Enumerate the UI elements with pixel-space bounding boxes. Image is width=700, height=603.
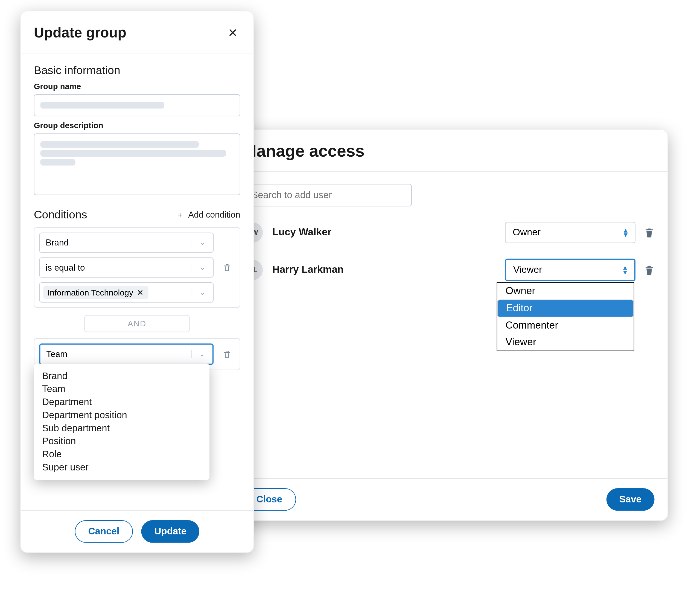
user-name: Harry Larkman <box>272 264 505 276</box>
manage-access-footer: Close Save <box>230 478 668 520</box>
manage-access-body: LW Lucy Walker Owner ▴▾ HL Harry Larkman… <box>230 172 668 478</box>
save-button[interactable]: Save <box>606 488 655 511</box>
field-option-brand[interactable]: Brand <box>34 370 209 383</box>
trash-icon <box>644 227 654 238</box>
basic-info-heading: Basic information <box>34 64 240 77</box>
field-option-super-user[interactable]: Super user <box>34 461 209 474</box>
user-row: HL Harry Larkman Viewer ▴▾ Owner Editor … <box>243 258 655 281</box>
update-group-body: Basic information Group name Group descr… <box>21 53 253 510</box>
trash-icon <box>222 262 231 273</box>
update-group-footer: Cancel Update <box>21 510 253 552</box>
field-option-role[interactable]: Role <box>34 448 209 461</box>
conditions-heading: Conditions <box>34 208 87 221</box>
cancel-button[interactable]: Cancel <box>75 520 133 543</box>
role-dropdown: Owner Editor Commenter Viewer <box>497 282 634 351</box>
role-option-commenter[interactable]: Commenter <box>497 317 633 334</box>
role-select-value: Owner <box>513 227 541 238</box>
add-condition-label: Add condition <box>188 210 240 220</box>
condition-field-select[interactable]: Brand ⌄ <box>39 233 214 253</box>
manage-access-title: Manage access <box>243 142 365 161</box>
trash-icon <box>222 349 231 359</box>
update-group-header: Update group ✕ <box>21 11 253 53</box>
condition-block: Team ⌄ Brand Team Department Department … <box>34 338 240 370</box>
add-condition-button[interactable]: ＋ Add condition <box>176 209 240 220</box>
trash-icon <box>644 264 654 276</box>
sort-icon: ▴▾ <box>624 228 628 237</box>
update-group-title: Update group <box>34 24 127 41</box>
group-name-label: Group name <box>34 82 240 91</box>
role-option-editor[interactable]: Editor <box>497 300 633 317</box>
delete-condition-button[interactable] <box>219 343 235 365</box>
group-description-input[interactable] <box>34 133 240 195</box>
manage-access-panel: Manage access LW Lucy Walker Owner ▴▾ HL… <box>229 129 668 521</box>
conditions-header-row: Conditions ＋ Add condition <box>34 208 240 221</box>
logic-connector-row: AND <box>34 315 240 332</box>
close-icon[interactable]: ✕ <box>226 23 240 42</box>
search-add-user-input[interactable] <box>243 184 412 206</box>
condition-value-select[interactable]: Information Technology ✕ ⌄ <box>39 282 214 303</box>
placeholder-skeleton <box>41 150 226 157</box>
condition-operator-select[interactable]: is equal to ⌄ <box>39 257 214 278</box>
update-button[interactable]: Update <box>141 520 200 543</box>
field-option-sub-department[interactable]: Sub department <box>34 422 209 435</box>
role-option-owner[interactable]: Owner <box>497 283 633 300</box>
value-chip: Information Technology ✕ <box>43 286 148 299</box>
placeholder-skeleton <box>41 159 75 166</box>
delete-condition-button[interactable] <box>219 233 235 303</box>
role-select[interactable]: Owner ▴▾ <box>505 222 635 243</box>
user-name: Lucy Walker <box>272 227 505 238</box>
sort-icon: ▴▾ <box>623 265 627 274</box>
condition-field-value: Team <box>41 345 191 363</box>
condition-field-dropdown: Brand Team Department Department positio… <box>34 363 209 480</box>
group-description-label: Group description <box>34 121 240 130</box>
value-chip-label: Information Technology <box>48 287 133 297</box>
remove-user-button[interactable] <box>644 264 654 276</box>
condition-field-select[interactable]: Team ⌄ <box>39 343 214 365</box>
chevron-down-icon: ⌄ <box>192 263 213 271</box>
chevron-down-icon: ⌄ <box>192 238 213 247</box>
remove-chip-icon[interactable]: ✕ <box>137 287 144 297</box>
placeholder-skeleton <box>41 102 164 108</box>
field-option-team[interactable]: Team <box>34 383 209 396</box>
role-option-viewer[interactable]: Viewer <box>497 334 633 351</box>
placeholder-skeleton <box>41 141 199 148</box>
field-option-department-position[interactable]: Department position <box>34 409 209 422</box>
user-row: LW Lucy Walker Owner ▴▾ <box>243 222 655 243</box>
remove-user-button[interactable] <box>644 227 654 238</box>
condition-field-value: Brand <box>40 233 192 252</box>
manage-access-header: Manage access <box>230 130 668 172</box>
condition-operator-value: is equal to <box>40 258 192 277</box>
role-select[interactable]: Viewer ▴▾ <box>505 258 635 281</box>
chevron-down-icon: ⌄ <box>191 350 212 358</box>
field-option-department[interactable]: Department <box>34 396 209 409</box>
role-select-value: Viewer <box>513 265 542 275</box>
field-option-position[interactable]: Position <box>34 435 209 448</box>
update-group-panel: Update group ✕ Basic information Group n… <box>20 11 254 553</box>
logic-and-pill: AND <box>84 315 190 332</box>
group-name-input[interactable] <box>34 94 240 116</box>
condition-block: Brand ⌄ is equal to ⌄ Information Techno… <box>34 227 240 308</box>
plus-icon: ＋ <box>176 209 185 220</box>
chevron-down-icon: ⌄ <box>192 288 213 297</box>
